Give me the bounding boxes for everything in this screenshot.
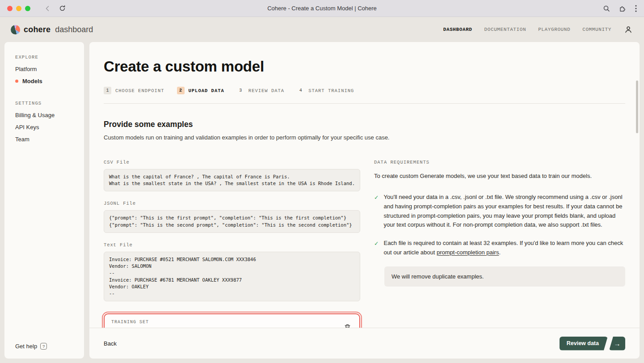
requirement-item: ✓ You'll need your data in a .csv, .json… — [374, 193, 625, 230]
sidebar-spacer — [15, 90, 74, 101]
section-title: Provide some examples — [104, 120, 625, 129]
brand-name: cohere — [24, 25, 51, 34]
get-help-link[interactable]: Get help ? — [15, 343, 74, 350]
training-set-meta: TRAINING SET content_rephrasing_train.js… — [111, 320, 189, 328]
help-question-icon: ? — [40, 343, 47, 350]
browser-tab-title: Cohere - Create a Custom Model | Cohere — [267, 5, 377, 12]
jsonl-example-box: {"prompt": "This is the first prompt", "… — [104, 210, 360, 232]
browser-menu-icon[interactable] — [635, 5, 637, 12]
close-window-button[interactable] — [7, 6, 13, 11]
requirements-intro: To create custom Generate models, we use… — [374, 173, 625, 179]
jsonl-file-label: JSONL File — [104, 201, 360, 206]
duplicates-note: We will remove duplicate examples. — [384, 266, 625, 287]
step-label: REVIEW DATA — [248, 88, 284, 93]
provide-examples-section: Provide some examples Custom models run … — [104, 120, 625, 141]
cohere-logo-icon — [11, 25, 20, 34]
nav-community[interactable]: COMMUNITY — [582, 27, 611, 32]
sidebar-section-explore: EXPLORE — [15, 55, 74, 60]
profile-icon[interactable] — [624, 25, 632, 34]
sidebar-section-settings: SETTINGS — [15, 101, 74, 106]
main-body: Create a custom model 1 CHOOSE ENDPOINT … — [89, 42, 640, 328]
examples-columns: CSV File What is the capital of France? … — [104, 160, 625, 328]
page-content: EXPLORE Platform Models SETTINGS Billing… — [0, 42, 644, 363]
brand-product: dashboard — [55, 25, 93, 34]
requirement-text-end: . — [499, 249, 501, 256]
step-start-training[interactable]: 4 START TRAINING — [297, 87, 354, 94]
browser-toolbar-icons — [603, 5, 637, 12]
step-upload-data[interactable]: 2 UPLOAD DATA — [177, 87, 224, 94]
sidebar-item-label: Models — [22, 78, 42, 84]
sidebar-item-label: API Keys — [15, 124, 39, 131]
check-icon: ✓ — [374, 239, 379, 257]
arrow-right-icon: → — [614, 340, 621, 347]
step-number: 2 — [177, 87, 185, 94]
requirement-item: ✓ Each file is required to contain at le… — [374, 239, 625, 257]
step-label: UPLOAD DATA — [189, 88, 224, 93]
section-description: Custom models run on training and valida… — [104, 134, 625, 141]
active-dot-icon — [15, 80, 18, 83]
sidebar-item-models[interactable]: Models — [15, 78, 74, 84]
minimize-window-button[interactable] — [16, 6, 21, 11]
requirements-column: DATA REQUIREMENTS To create custom Gener… — [374, 160, 625, 328]
training-set-upload-box[interactable]: TRAINING SET content_rephrasing_train.js… — [104, 313, 360, 328]
get-help-label: Get help — [15, 343, 37, 350]
wizard-footer: Back Review data → — [89, 328, 640, 359]
browser-chrome: Cohere - Create a Custom Model | Cohere — [0, 0, 644, 17]
zoom-window-button[interactable] — [25, 6, 30, 11]
main-panel: Create a custom model 1 CHOOSE ENDPOINT … — [89, 42, 640, 359]
top-navigation: DASHBOARD DOCUMENTATION PLAYGROUND COMMU… — [443, 25, 632, 34]
step-number: 1 — [104, 87, 111, 94]
requirement-text-part: Each file is required to contain at leas… — [383, 240, 623, 256]
sidebar: EXPLORE Platform Models SETTINGS Billing… — [4, 42, 84, 359]
sidebar-item-api-keys[interactable]: API Keys — [15, 124, 74, 131]
delete-file-button[interactable] — [342, 322, 353, 328]
extensions-puzzle-icon[interactable] — [619, 5, 626, 12]
prompt-completion-pairs-link[interactable]: prompt-completion pairs — [437, 249, 499, 256]
step-number: 4 — [297, 87, 304, 94]
csv-file-label: CSV File — [104, 160, 360, 165]
review-data-button[interactable]: Review data — [560, 337, 608, 350]
search-icon[interactable] — [603, 5, 610, 12]
step-label: CHOOSE ENDPOINT — [115, 88, 164, 93]
window-controls — [7, 6, 30, 11]
cohere-brand[interactable]: cohere dashboard — [11, 25, 93, 34]
csv-example-box: What is the capital of France? , The cap… — [104, 169, 360, 191]
review-data-arrow-button[interactable]: → — [609, 337, 625, 350]
text-example-box: Invoice: PURCHASE #0521 MERCHANT SALOMON… — [104, 252, 360, 301]
requirement-text: You'll need your data in a .csv, .jsonl … — [383, 193, 625, 230]
requirement-text: Each file is required to contain at leas… — [383, 239, 625, 257]
examples-column: CSV File What is the capital of France? … — [104, 160, 360, 328]
data-requirements-title: DATA REQUIREMENTS — [374, 160, 625, 165]
step-review-data[interactable]: 3 REVIEW DATA — [237, 87, 284, 94]
sidebar-item-billing-usage[interactable]: Billing & Usage — [15, 112, 74, 118]
review-data-button-group: Review data → — [560, 337, 625, 350]
sidebar-item-team[interactable]: Team — [15, 136, 74, 143]
app-header: cohere dashboard DASHBOARD DOCUMENTATION… — [0, 17, 644, 42]
trash-icon — [344, 324, 351, 328]
nav-dashboard[interactable]: DASHBOARD — [443, 27, 472, 32]
sidebar-item-label: Billing & Usage — [15, 112, 55, 118]
browser-window: Cohere - Create a Custom Model | Cohere … — [0, 0, 644, 363]
nav-playground[interactable]: PLAYGROUND — [538, 27, 570, 32]
sidebar-item-label: Platform — [15, 66, 37, 72]
check-icon: ✓ — [374, 193, 379, 230]
back-icon[interactable] — [44, 5, 51, 12]
nav-documentation[interactable]: DOCUMENTATION — [484, 27, 526, 32]
back-button[interactable]: Back — [104, 340, 117, 347]
stepper: 1 CHOOSE ENDPOINT 2 UPLOAD DATA 3 REVIEW… — [104, 87, 625, 104]
browser-nav-buttons — [44, 5, 66, 12]
text-file-label: Text File — [104, 242, 360, 248]
sidebar-item-label: Team — [15, 136, 29, 143]
reload-icon[interactable] — [59, 5, 66, 12]
sidebar-item-platform[interactable]: Platform — [15, 66, 74, 72]
step-label: START TRAINING — [308, 88, 354, 93]
page-title: Create a custom model — [104, 58, 625, 75]
training-set-label: TRAINING SET — [111, 320, 189, 325]
step-number: 3 — [237, 87, 244, 94]
scrollbar-thumb[interactable] — [636, 80, 638, 133]
step-choose-endpoint[interactable]: 1 CHOOSE ENDPOINT — [104, 87, 164, 94]
